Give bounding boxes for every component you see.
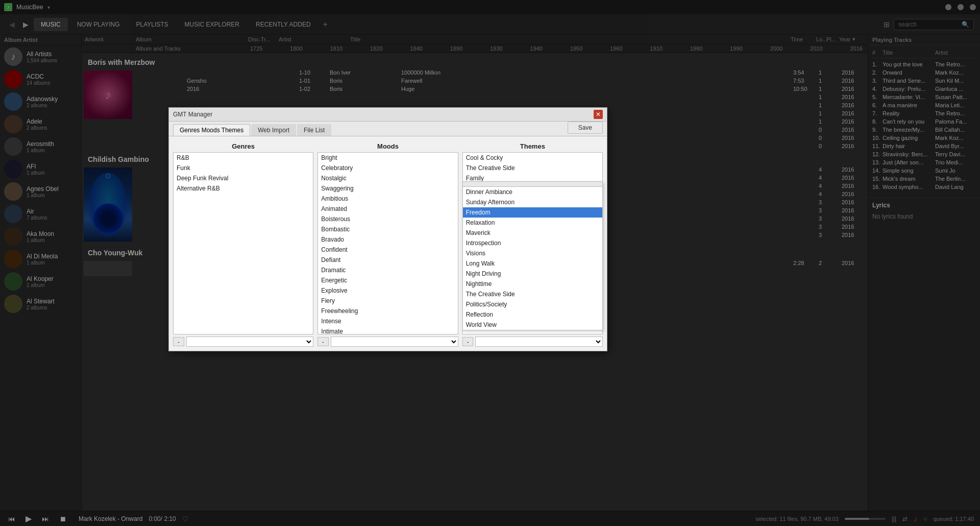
moods-remove-button[interactable]: -: [317, 337, 329, 346]
theme-dropdown-long-walk[interactable]: Long Walk: [463, 258, 602, 269]
mood-item-intense[interactable]: Intense: [318, 316, 457, 326]
theme-dropdown-nighttime[interactable]: Nighttime: [463, 279, 602, 289]
mood-item-animated[interactable]: Animated: [318, 204, 457, 214]
genre-item-alt-rnb[interactable]: Alternative R&B: [174, 183, 313, 194]
dialog-tab-file-list[interactable]: File List: [297, 124, 331, 136]
themes-dropdown: Dinner Ambiance Sunday Afternoon Freedom…: [462, 181, 603, 330]
theme-dropdown-creative-side[interactable]: The Creative Side: [463, 289, 602, 299]
theme-item-cool-cocky[interactable]: Cool & Cocky: [463, 153, 602, 163]
mood-item-boisterous[interactable]: Boisterous: [318, 214, 457, 224]
theme-dropdown-freedom[interactable]: Freedom: [463, 207, 602, 218]
dialog-close-button[interactable]: ✕: [594, 110, 603, 119]
genres-remove-button[interactable]: -: [173, 337, 184, 346]
moods-header: Moods: [317, 140, 458, 152]
mood-item-explosive[interactable]: Explosive: [318, 285, 457, 296]
moods-list[interactable]: Bright Celebratory Nostalgic Swaggering …: [317, 152, 458, 334]
moods-footer: -: [317, 334, 458, 347]
dialog-tab-area: Genres Moods Themes Web Import File List…: [169, 122, 607, 136]
theme-dropdown-dinner-ambiance[interactable]: Dinner Ambiance: [463, 187, 602, 197]
dialog-titlebar: GMT Manager ✕: [169, 108, 607, 122]
mood-item-bombastic[interactable]: Bombastic: [318, 224, 457, 234]
theme-dropdown-world-view[interactable]: World View: [463, 320, 602, 330]
theme-dropdown-relaxation[interactable]: Relaxation: [463, 218, 602, 228]
genres-dropdown[interactable]: [186, 337, 314, 347]
dialog-save-button[interactable]: Save: [568, 122, 603, 134]
mood-item-bravado[interactable]: Bravado: [318, 234, 457, 245]
mood-item-energetic[interactable]: Energetic: [318, 275, 457, 285]
dialog-title: GMT Manager: [173, 111, 594, 118]
genre-item-funk[interactable]: Funk: [174, 163, 313, 173]
mood-item-dramatic[interactable]: Dramatic: [318, 265, 457, 275]
dialog-tab-genres-moods-themes[interactable]: Genres Moods Themes: [173, 124, 250, 136]
theme-dropdown-sunday-afternoon[interactable]: Sunday Afternoon: [463, 197, 602, 207]
themes-dropdown-scrollbar-top: [463, 182, 602, 187]
dialog-tabs: Genres Moods Themes Web Import File List: [173, 124, 568, 136]
genres-list[interactable]: R&B Funk Deep Funk Revival Alternative R…: [173, 152, 313, 334]
theme-dropdown-politics[interactable]: Politics/Society: [463, 299, 602, 309]
genres-header: Genres: [173, 140, 313, 152]
mood-item-bright[interactable]: Bright: [318, 153, 457, 163]
themes-header: Themes: [462, 140, 603, 152]
themes-dropdown-select[interactable]: [475, 337, 603, 347]
genres-footer: -: [173, 334, 313, 347]
theme-dropdown-introspection[interactable]: Introspection: [463, 238, 602, 248]
gmt-dialog: GMT Manager ✕ Genres Moods Themes Web Im…: [168, 107, 607, 351]
themes-footer: -: [462, 334, 603, 347]
mood-item-ambitious[interactable]: Ambitious: [318, 194, 457, 204]
mood-item-celebratory[interactable]: Celebratory: [318, 163, 457, 173]
genres-column: Genres R&B Funk Deep Funk Revival Altern…: [173, 140, 313, 347]
mood-item-intimate[interactable]: Intimate: [318, 326, 457, 334]
mood-item-confident[interactable]: Confident: [318, 245, 457, 255]
mood-item-fiery[interactable]: Fiery: [318, 296, 457, 306]
theme-dropdown-visions[interactable]: Visions: [463, 248, 602, 258]
genre-item-rnb[interactable]: R&B: [174, 153, 313, 163]
genre-item-deep-funk[interactable]: Deep Funk Revival: [174, 173, 313, 183]
theme-item-creative-side[interactable]: The Creative Side: [463, 163, 602, 173]
theme-dropdown-maverick[interactable]: Maverick: [463, 228, 602, 238]
dialog-tab-web-import[interactable]: Web Import: [251, 124, 296, 136]
mood-item-nostalgic[interactable]: Nostalgic: [318, 173, 457, 183]
theme-dropdown-reflection[interactable]: Reflection: [463, 309, 602, 320]
mood-item-defiant[interactable]: Defiant: [318, 255, 457, 265]
mood-item-freewheeling[interactable]: Freewheeling: [318, 306, 457, 316]
themes-column: Themes Cool & Cocky The Creative Side Fa…: [462, 140, 603, 347]
mood-item-swaggering[interactable]: Swaggering: [318, 183, 457, 194]
themes-remove-button[interactable]: -: [462, 337, 474, 346]
moods-dropdown[interactable]: [331, 337, 458, 347]
theme-dropdown-night-driving[interactable]: Night Driving: [463, 269, 602, 279]
moods-column: Moods Bright Celebratory Nostalgic Swagg…: [317, 140, 458, 347]
dialog-content: Genres R&B Funk Deep Funk Revival Altern…: [169, 136, 607, 351]
